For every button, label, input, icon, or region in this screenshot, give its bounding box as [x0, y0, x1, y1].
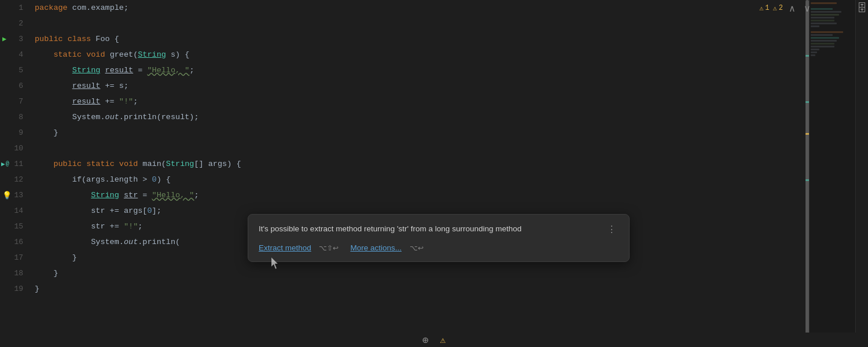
code-line-9[interactable]: }: [29, 125, 801, 141]
line-number-11: ▶@11: [0, 156, 29, 172]
database-icon[interactable]: 🗄: [857, 2, 867, 14]
code-line-1[interactable]: package com.example;: [29, 0, 801, 16]
tooltip-popup: It's possible to extract method returnin…: [248, 214, 630, 262]
tooltip-message: It's possible to extract method returnin…: [259, 224, 600, 235]
line-number-18: 18: [0, 265, 29, 281]
line-numbers: 12▶345678910▶@1112💡13141516171819: [0, 0, 29, 347]
bottom-icon-1[interactable]: ⊕: [422, 334, 429, 346]
scrollbar[interactable]: [801, 0, 809, 347]
line-number-6: 6: [0, 78, 29, 94]
right-sidebar: 🗄: [855, 0, 868, 347]
warning-badge[interactable]: ⚠ 1: [759, 4, 769, 13]
code-line-11[interactable]: public static void main(String[] args) {: [29, 156, 801, 172]
code-line-5[interactable]: String result = "Hello, ";: [29, 62, 801, 78]
line-number-1: 1: [0, 0, 29, 16]
code-line-18[interactable]: }: [29, 265, 801, 281]
extract-method-button[interactable]: Extract method: [259, 243, 311, 252]
line-number-9: 9: [0, 125, 29, 141]
more-actions-shortcut: ⌥↩: [410, 244, 424, 252]
navigate-down-button[interactable]: ∨: [801, 2, 813, 15]
warning-gutter-icon[interactable]: 💡: [2, 191, 12, 200]
tooltip-actions: Extract method ⌥⇧↩ More actions... ⌥↩: [259, 243, 619, 253]
minimap: [809, 0, 855, 347]
bottom-bar: ⊕ ⚠: [0, 333, 868, 347]
line-number-17: 17: [0, 250, 29, 265]
line-number-12: 12: [0, 172, 29, 187]
line-number-16: 16: [0, 234, 29, 250]
line-number-14: 14: [0, 203, 29, 219]
line-number-4: 4: [0, 47, 29, 62]
navigate-up-button[interactable]: ∧: [786, 2, 798, 15]
code-line-19[interactable]: }: [29, 281, 801, 297]
line-number-15: 15: [0, 219, 29, 234]
code-area[interactable]: package com.example;public class Foo { s…: [29, 0, 801, 347]
line-number-2: 2: [0, 16, 29, 31]
svg-marker-0: [271, 257, 278, 269]
cursor-indicator: [271, 257, 281, 272]
extract-method-action: Extract method ⌥⇧↩: [259, 243, 339, 253]
tooltip-header: It's possible to extract method returnin…: [259, 224, 619, 235]
line-number-13: 💡13: [0, 187, 29, 203]
line-number-8: 8: [0, 109, 29, 125]
code-line-10[interactable]: [29, 141, 801, 156]
warning-icon: ⚠: [759, 4, 763, 13]
code-line-2[interactable]: [29, 16, 801, 31]
line-number-7: 7: [0, 94, 29, 109]
error-icon: ⚠: [773, 4, 777, 13]
code-line-6[interactable]: result += s;: [29, 78, 801, 94]
line-number-5: 5: [0, 62, 29, 78]
code-line-13[interactable]: String str = "Hello, ";: [29, 187, 801, 203]
warning-count: 1: [765, 4, 769, 12]
bottom-warning-icon[interactable]: ⚠: [440, 334, 446, 346]
code-line-8[interactable]: System.out.println(result);: [29, 109, 801, 125]
code-line-7[interactable]: result += "!";: [29, 94, 801, 109]
error-count: 2: [779, 4, 783, 12]
editor-container: 12▶345678910▶@1112💡13141516171819 packag…: [0, 0, 868, 347]
more-actions-action: More actions... ⌥↩: [350, 243, 423, 253]
more-actions-button[interactable]: More actions...: [350, 243, 402, 252]
error-badge[interactable]: ⚠ 2: [773, 4, 783, 13]
code-line-3[interactable]: public class Foo {: [29, 31, 801, 47]
tooltip-more-button[interactable]: ⋮: [605, 224, 619, 235]
code-line-4[interactable]: static void greet(String s) {: [29, 47, 801, 62]
line-number-19: 19: [0, 281, 29, 297]
line-number-3: ▶3: [0, 31, 29, 47]
top-toolbar: ⚠ 1 ⚠ 2 ∧ ∨: [759, 0, 813, 16]
code-line-12[interactable]: if(args.length > 0) {: [29, 172, 801, 187]
line-number-10: 10: [0, 141, 29, 156]
extract-method-shortcut: ⌥⇧↩: [319, 244, 339, 252]
